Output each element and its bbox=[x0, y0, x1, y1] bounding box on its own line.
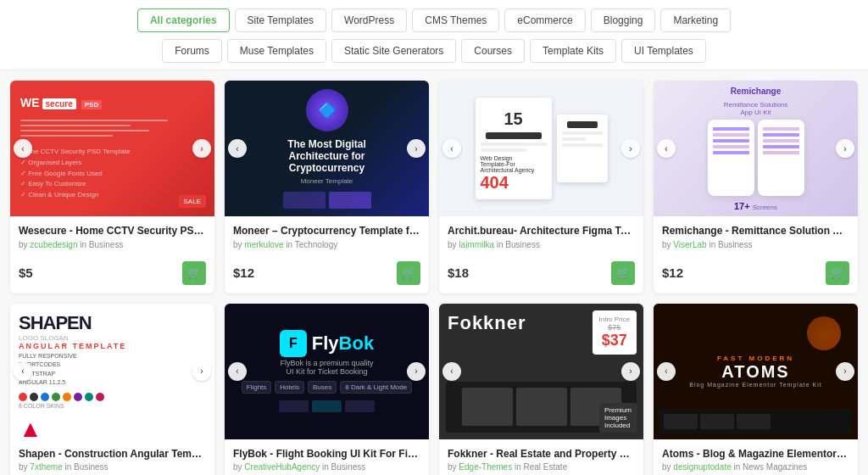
product-actions: 🛒 bbox=[182, 261, 206, 285]
category-button[interactable]: All categories bbox=[137, 8, 230, 32]
product-thumbnail: ‹ SHAPEN LOGO SLOGAN ANGULAR TEMPLATE FU… bbox=[10, 304, 214, 439]
premium-badge: PremiumImagesIncluded bbox=[599, 403, 637, 433]
phone-mockup bbox=[758, 120, 804, 196]
author-link[interactable]: designuptodate bbox=[673, 462, 731, 472]
category-button[interactable]: Template Kits bbox=[530, 39, 616, 63]
next-arrow[interactable]: › bbox=[407, 139, 426, 158]
category-button[interactable]: Static Site Generators bbox=[331, 39, 456, 63]
product-title: Shapen - Construction Angular Template bbox=[19, 448, 206, 461]
product-card: ‹ Fokkner Intro Price $75 $37 PremiumIma… bbox=[439, 304, 643, 475]
product-grid: ‹ WEsecure PSD Home CCTV Security PSD Te… bbox=[0, 70, 868, 475]
product-logo: FlyBok bbox=[312, 332, 374, 355]
product-thumbnail: ‹ 🔷 The Most DigitalArchitecture forCryp… bbox=[225, 81, 429, 216]
author-link[interactable]: Edge-Themes bbox=[459, 462, 512, 472]
product-author: by zcubedesign in Business bbox=[19, 240, 206, 249]
color-swatches bbox=[19, 393, 206, 401]
product-thumbnail: ‹ FAST MODERN ATOMS Blog Magazine Elemen… bbox=[654, 304, 858, 439]
angular-icon: ▲ bbox=[19, 416, 206, 439]
category-row-2: ForumsMuse TemplatesStatic Site Generato… bbox=[10, 39, 858, 63]
next-arrow[interactable]: › bbox=[836, 362, 854, 381]
product-thumbnail: ‹ WEsecure PSD Home CCTV Security PSD Te… bbox=[10, 81, 214, 216]
phone-mockup bbox=[708, 120, 754, 196]
add-to-cart-button[interactable]: 🛒 bbox=[611, 261, 635, 285]
prev-arrow[interactable]: ‹ bbox=[14, 362, 32, 381]
category-button[interactable]: Marketing bbox=[660, 8, 731, 32]
mockup-card-small bbox=[557, 115, 608, 182]
author-link[interactable]: ViserLab bbox=[673, 240, 706, 249]
product-card: ‹ SHAPEN LOGO SLOGAN ANGULAR TEMPLATE FU… bbox=[10, 304, 214, 475]
category-button[interactable]: Blogging bbox=[591, 8, 656, 32]
next-arrow[interactable]: › bbox=[192, 362, 211, 381]
product-author: by Edge-Themes in Real Estate bbox=[448, 462, 635, 472]
author-link[interactable]: laimmilka bbox=[459, 240, 494, 249]
product-actions: 🛒 bbox=[826, 261, 849, 285]
category-button[interactable]: WordPress bbox=[331, 8, 407, 32]
product-author: by ViserLab in Business bbox=[662, 240, 849, 249]
category-nav: All categoriesSite TemplatesWordPressCMS… bbox=[0, 0, 868, 70]
intro-price-badge: Intro Price $75 $37 bbox=[593, 310, 637, 355]
next-arrow[interactable]: › bbox=[621, 362, 640, 381]
category-button[interactable]: CMS Themes bbox=[412, 8, 499, 32]
product-title: Wesecure - Home CCTV Security PSD T... bbox=[19, 225, 206, 238]
category-button[interactable]: Courses bbox=[461, 39, 525, 63]
category-button[interactable]: Muse Templates bbox=[227, 39, 326, 63]
add-to-cart-button[interactable]: 🛒 bbox=[182, 261, 206, 285]
product-logo: SHAPEN bbox=[19, 312, 206, 334]
product-price: $5 bbox=[19, 265, 33, 280]
product-card: ‹ WEsecure PSD Home CCTV Security PSD Te… bbox=[10, 81, 214, 293]
product-tags: FlightsHotelsBuses 8 Dark & Light Mode bbox=[242, 381, 412, 394]
product-title: Remichange - Remittance Solution App ... bbox=[662, 225, 849, 238]
product-price: $12 bbox=[662, 265, 683, 280]
next-arrow[interactable]: › bbox=[192, 139, 211, 158]
product-author: by laimmilka in Business bbox=[448, 240, 635, 249]
product-thumbnail: ‹ Fokkner Intro Price $75 $37 PremiumIma… bbox=[439, 304, 643, 439]
product-author: by designuptodate in News Magazines bbox=[662, 462, 849, 472]
product-thumbnail: ‹ 15 Web DesignTemplate-ForArchitectural… bbox=[439, 81, 643, 216]
prev-arrow[interactable]: ‹ bbox=[442, 362, 461, 381]
author-link[interactable]: CreativeHubAgency bbox=[244, 462, 320, 472]
category-row-1: All categoriesSite TemplatesWordPressCMS… bbox=[10, 8, 858, 32]
product-title: Fokkner - Real Estate and Property Theme bbox=[448, 448, 635, 461]
prev-arrow[interactable]: ‹ bbox=[228, 362, 247, 381]
author-link[interactable]: 7xtheme bbox=[30, 462, 62, 472]
author-link[interactable]: merkulove bbox=[244, 240, 283, 249]
product-card: ‹ 15 Web DesignTemplate-ForArchitectural… bbox=[439, 81, 643, 293]
product-card: ‹ F FlyBok FlyBok is a premium qualityUI… bbox=[225, 304, 429, 475]
product-card: ‹ 🔷 The Most DigitalArchitecture forCryp… bbox=[225, 81, 429, 293]
product-price: $12 bbox=[233, 265, 254, 280]
mockup-card: 15 Web DesignTemplate-ForArchitectural A… bbox=[476, 98, 552, 199]
next-arrow[interactable]: › bbox=[836, 139, 854, 158]
product-title: Moneer – Cryptocurrency Template for F..… bbox=[233, 225, 420, 238]
product-actions: 🛒 bbox=[611, 261, 635, 285]
product-author: by CreativeHubAgency in Business bbox=[233, 462, 420, 472]
category-button[interactable]: UI Templates bbox=[621, 39, 706, 63]
add-to-cart-button[interactable]: 🛒 bbox=[397, 261, 420, 285]
author-link[interactable]: zcubedesign bbox=[30, 240, 77, 249]
prev-arrow[interactable]: ‹ bbox=[657, 362, 676, 381]
next-arrow[interactable]: › bbox=[407, 362, 426, 381]
prev-arrow[interactable]: ‹ bbox=[228, 139, 247, 158]
prev-arrow[interactable]: ‹ bbox=[442, 139, 461, 158]
add-to-cart-button[interactable]: 🛒 bbox=[826, 261, 849, 285]
product-title: FlyBok - Flight Booking UI Kit For Figma bbox=[233, 448, 420, 461]
category-button[interactable]: Forums bbox=[162, 39, 222, 63]
product-actions: 🛒 bbox=[397, 261, 420, 285]
product-title: Atoms - Blog & Magazine Elementor Te... bbox=[662, 448, 849, 461]
product-price: $18 bbox=[448, 265, 469, 280]
product-author: by merkulove in Technology bbox=[233, 240, 420, 249]
product-card: ‹ FAST MODERN ATOMS Blog Magazine Elemen… bbox=[654, 304, 858, 475]
product-thumbnail: ‹ Remichange Remittance SolutionsApp UI … bbox=[654, 81, 858, 216]
product-title: Archit.bureau- Architecture Figma Temp..… bbox=[448, 225, 635, 238]
prev-arrow[interactable]: ‹ bbox=[657, 139, 676, 158]
category-button[interactable]: Site Templates bbox=[235, 8, 327, 32]
product-author: by 7xtheme in Business bbox=[19, 462, 206, 472]
next-arrow[interactable]: › bbox=[621, 139, 640, 158]
product-logo: WEsecure PSD bbox=[20, 96, 204, 109]
product-thumbnail: ‹ F FlyBok FlyBok is a premium qualityUI… bbox=[225, 304, 429, 439]
product-logo: ATOMS bbox=[689, 362, 822, 382]
product-logo: Fokkner bbox=[448, 312, 526, 334]
product-logo-text: The Most DigitalArchitecture forCryptocu… bbox=[283, 138, 371, 174]
category-button[interactable]: eCommerce bbox=[504, 8, 585, 32]
crypto-icon: 🔷 bbox=[306, 89, 348, 131]
prev-arrow[interactable]: ‹ bbox=[14, 139, 32, 158]
